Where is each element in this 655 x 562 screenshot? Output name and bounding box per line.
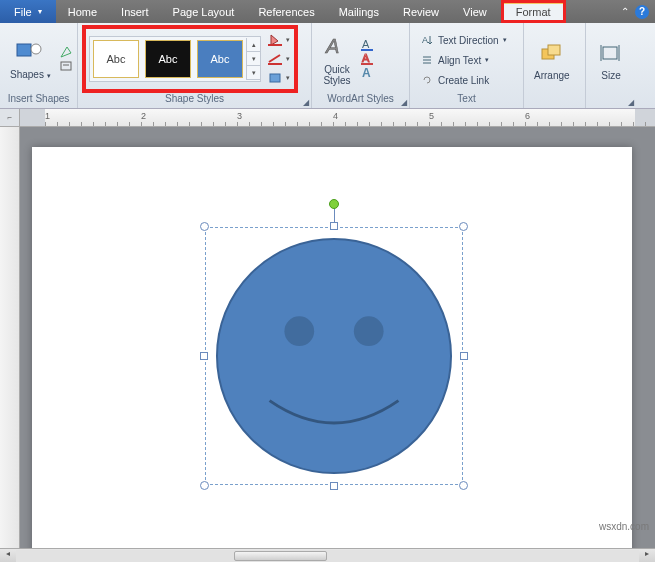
create-link-label: Create Link [438,75,489,86]
svg-rect-19 [603,47,617,59]
shape-outline-button[interactable]: ▾ [265,50,291,68]
edit-shape-icon[interactable] [59,45,73,59]
align-text-icon [420,53,434,67]
resize-handle-se[interactable] [459,481,468,490]
page[interactable] [32,147,632,548]
scroll-track[interactable] [16,550,639,562]
svg-rect-6 [270,74,280,82]
shape-effects-button[interactable]: ▾ [265,69,291,87]
insert-shapes-group-label: Insert Shapes [8,93,70,104]
resize-handle-e[interactable] [460,352,468,360]
ruler-horizontal[interactable]: 123456 [20,109,655,126]
size-label: Size [601,70,620,81]
tab-review[interactable]: Review [391,0,451,23]
ribbon: Shapes ▾ Insert Shapes Abc Abc Abc ▴ [0,23,655,109]
svg-point-23 [284,316,314,346]
resize-handle-s[interactable] [330,482,338,490]
svg-text:A: A [362,52,370,64]
tab-mailings[interactable]: Mailings [327,0,391,23]
resize-handle-w[interactable] [200,352,208,360]
shapes-label: Shapes [10,69,44,80]
group-arrange: Arrange [524,23,586,108]
resize-handle-ne[interactable] [459,222,468,231]
document-area: wsxdn.com [0,127,655,548]
create-link-button[interactable]: Create Link [414,71,495,89]
ruler-num: 5 [429,111,434,121]
shape-fill-button[interactable]: ▾ [265,31,291,49]
rotation-connector [334,208,335,223]
scroll-right-icon[interactable]: ▸ [639,549,655,563]
tab-view[interactable]: View [451,0,499,23]
svg-rect-0 [17,44,31,56]
gallery-scroll: ▴ ▾ ▾ [246,38,260,80]
tab-insert[interactable]: Insert [109,0,161,23]
wordart-launcher-icon[interactable]: ◢ [401,98,407,107]
arrange-icon [537,38,567,68]
quick-styles-button[interactable]: A Quick Styles [316,30,358,88]
gallery-more-icon[interactable]: ▾ [247,66,260,80]
selected-shape[interactable] [205,227,463,485]
ribbon-tabs: File ▾ Home Insert Page Layout Reference… [0,0,655,23]
tabs-right-controls: ⌃ ? [615,0,655,23]
text-fill-icon[interactable]: A [360,38,374,52]
size-launcher-icon[interactable]: ◢ [628,98,634,107]
tab-format[interactable]: Format [504,3,563,20]
scroll-thumb[interactable] [234,551,327,561]
tab-home[interactable]: Home [56,0,109,23]
shape-styles-launcher-icon[interactable]: ◢ [303,98,309,107]
arrange-button[interactable]: Arrange [528,36,576,83]
gallery-down-icon[interactable]: ▾ [247,52,260,66]
minimize-ribbon-icon[interactable]: ⌃ [621,6,629,17]
scrollbar-horizontal[interactable]: ◂ ▸ [0,548,655,562]
style-thumb-3[interactable]: Abc [197,40,243,78]
format-tab-highlight: Format [501,0,566,23]
help-icon[interactable]: ? [635,5,649,19]
rotation-handle[interactable] [329,199,339,209]
svg-text:A: A [362,66,371,80]
text-direction-icon: A [420,33,434,47]
dropdown-arrow-icon: ▾ [47,72,51,79]
size-button[interactable]: Size [590,36,632,83]
tab-page-layout[interactable]: Page Layout [161,0,247,23]
ruler-num: 3 [237,111,242,121]
link-icon [420,73,434,87]
resize-handle-sw[interactable] [200,481,209,490]
group-size: Size ◢ [586,23,636,108]
shape-styles-group-label: Shape Styles [165,93,224,104]
ruler-corner[interactable]: ⌐ [0,109,20,126]
text-effects-icon[interactable]: A [360,66,374,80]
svg-rect-11 [361,63,373,65]
align-text-button[interactable]: Align Text▾ [414,51,495,69]
shapes-icon [15,37,45,67]
tab-references[interactable]: References [246,0,326,23]
svg-rect-2 [61,62,71,70]
text-group-label: Text [457,93,475,104]
resize-handle-n[interactable] [330,222,338,230]
text-box-icon[interactable] [59,59,73,73]
svg-rect-9 [361,49,373,51]
ruler-num: 2 [141,111,146,121]
svg-rect-5 [268,63,282,65]
canvas[interactable]: wsxdn.com [20,127,655,548]
quick-styles-label: Quick Styles [323,64,350,86]
ruler-vertical[interactable] [0,127,20,548]
group-insert-shapes: Shapes ▾ Insert Shapes [0,23,78,108]
tab-file[interactable]: File ▾ [0,0,56,23]
style-thumb-1[interactable]: Abc [93,40,139,78]
text-outline-icon[interactable]: A [360,52,374,66]
ruler-num: 1 [45,111,50,121]
scroll-left-icon[interactable]: ◂ [0,549,16,563]
resize-handle-nw[interactable] [200,222,209,231]
smiley-shape[interactable] [215,237,453,475]
size-icon [596,38,626,68]
style-thumb-2[interactable]: Abc [145,40,191,78]
shape-style-gallery[interactable]: Abc Abc Abc ▴ ▾ ▾ [89,36,261,82]
gallery-up-icon[interactable]: ▴ [247,38,260,52]
svg-text:A: A [325,35,339,57]
shapes-gallery-button[interactable]: Shapes ▾ [4,35,57,83]
text-direction-button[interactable]: A Text Direction▾ [414,31,513,49]
ruler-row: ⌐ 123456 [0,109,655,127]
group-shape-styles: Abc Abc Abc ▴ ▾ ▾ ▾ ▾ ▾ [78,23,312,108]
shape-styles-highlight: Abc Abc Abc ▴ ▾ ▾ ▾ ▾ ▾ [82,25,298,93]
svg-point-22 [217,239,451,473]
